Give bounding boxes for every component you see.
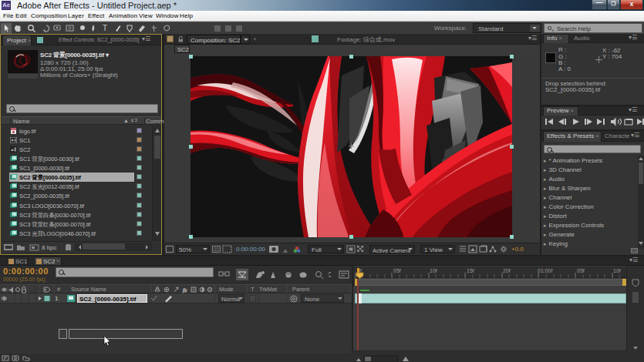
svg-text:fx: fx (183, 287, 187, 293)
svg-text:T: T (103, 24, 107, 32)
